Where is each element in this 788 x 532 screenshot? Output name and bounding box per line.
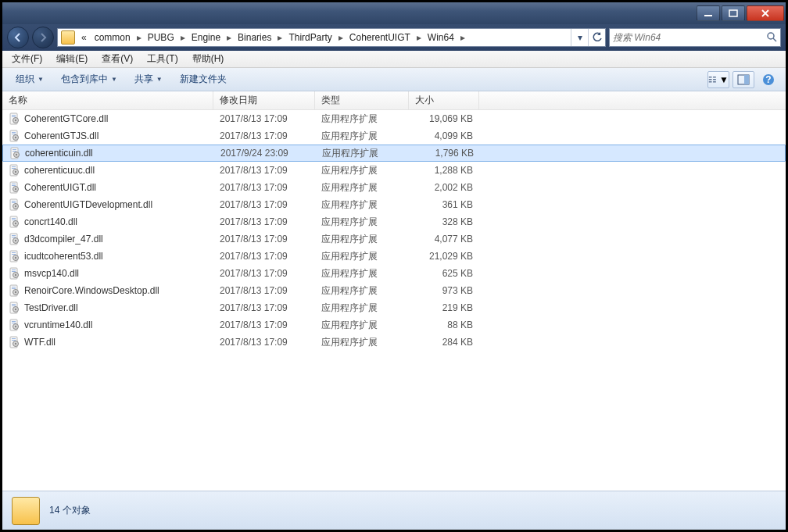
breadcrumb-win64[interactable]: Win64▸ [423, 29, 467, 46]
svg-rect-56 [12, 252, 16, 253]
file-date: 2017/8/13 17:09 [213, 199, 315, 210]
address-bar[interactable]: « common▸PUBG▸Engine▸Binaries▸ThirdParty… [57, 28, 606, 47]
menu-view[interactable]: 查看(V) [95, 51, 139, 67]
include-in-library-button[interactable]: 包含到库中▼ [54, 70, 124, 89]
search-input[interactable] [613, 32, 766, 43]
file-name: TestDriver.dll [24, 302, 78, 313]
close-button[interactable] [747, 5, 784, 21]
file-size: 1,796 KB [410, 148, 480, 159]
file-type: 应用程序扩展 [315, 164, 409, 177]
svg-rect-36 [12, 184, 16, 184]
file-list-pane: 名称 修改日期 类型 大小 CoherentGTCore.dll2017/8/1… [2, 91, 786, 491]
svg-rect-72 [12, 305, 16, 306]
file-type: 应用程序扩展 [315, 216, 409, 229]
file-row[interactable]: TestDriver.dll2017/8/13 17:09应用程序扩展219 K… [2, 299, 786, 316]
dll-file-icon [9, 164, 21, 177]
dll-file-icon [9, 198, 21, 211]
svg-rect-52 [12, 237, 16, 237]
file-name: d3dcompiler_47.dll [24, 234, 103, 245]
column-type[interactable]: 类型 [315, 91, 409, 109]
svg-rect-71 [12, 304, 16, 305]
share-button[interactable]: 共享▼ [127, 70, 170, 89]
breadcrumb-coherentuigt[interactable]: CoherentUIGT▸ [345, 29, 423, 46]
dll-file-icon [9, 336, 21, 348]
svg-rect-0 [704, 15, 712, 16]
svg-rect-76 [12, 321, 16, 322]
svg-rect-41 [12, 201, 16, 202]
file-name: coherenticuuc.dll [24, 165, 95, 176]
file-row[interactable]: msvcp140.dll2017/8/13 17:09应用程序扩展625 KB [2, 265, 786, 282]
refresh-button[interactable] [588, 29, 605, 46]
column-size[interactable]: 大小 [409, 91, 479, 109]
svg-point-25 [16, 154, 17, 155]
column-headers[interactable]: 名称 修改日期 类型 大小 [2, 91, 786, 110]
forward-button[interactable] [32, 27, 54, 48]
maximize-button[interactable] [722, 5, 745, 21]
column-name[interactable]: 名称 [2, 91, 213, 109]
column-date[interactable]: 修改日期 [213, 91, 315, 109]
folder-large-icon [12, 497, 40, 525]
menu-tools[interactable]: 工具(T) [141, 51, 184, 67]
file-list[interactable]: CoherentGTCore.dll2017/8/13 17:09应用程序扩展1… [2, 110, 786, 491]
file-type: 应用程序扩展 [315, 319, 409, 332]
breadcrumb-engine[interactable]: Engine▸ [187, 29, 233, 46]
svg-rect-7 [713, 79, 716, 80]
folder-icon [61, 30, 75, 45]
file-size: 284 KB [409, 337, 479, 348]
item-count-label: 14 个对象 [49, 504, 91, 517]
organize-button[interactable]: 组织▼ [9, 70, 51, 89]
breadcrumb-common[interactable]: common▸ [90, 29, 143, 46]
svg-rect-81 [12, 338, 16, 339]
file-row[interactable]: vcruntime140.dll2017/8/13 17:09应用程序扩展88 … [2, 316, 786, 334]
titlebar[interactable] [2, 2, 786, 24]
file-row[interactable]: CoherentUIGT.dll2017/8/13 17:09应用程序扩展2,0… [2, 179, 786, 196]
svg-rect-6 [713, 77, 716, 77]
svg-point-55 [15, 257, 16, 259]
file-row[interactable]: CoherentUIGTDevelopment.dll2017/8/13 17:… [2, 196, 786, 213]
file-row[interactable]: CoherentGTJS.dll2017/8/13 17:09应用程序扩展4,0… [2, 127, 786, 145]
breadcrumb-pubg[interactable]: PUBG▸ [143, 29, 187, 46]
file-row[interactable]: CoherentGTCore.dll2017/8/13 17:09应用程序扩展1… [2, 110, 786, 127]
file-row[interactable]: d3dcompiler_47.dll2017/8/13 17:09应用程序扩展4… [2, 230, 786, 248]
svg-rect-27 [13, 151, 16, 152]
file-row[interactable]: coherenticuuc.dll2017/8/13 17:09应用程序扩展1,… [2, 162, 786, 179]
file-date: 2017/8/13 17:09 [213, 302, 315, 313]
help-button[interactable]: ? [758, 71, 779, 88]
new-folder-button[interactable]: 新建文件夹 [173, 70, 234, 89]
menu-help[interactable]: 帮助(H) [186, 51, 231, 67]
svg-point-35 [15, 188, 16, 190]
view-options-button[interactable]: ▼ [707, 71, 729, 88]
preview-pane-button[interactable] [732, 71, 754, 88]
svg-point-20 [15, 137, 16, 138]
svg-rect-57 [12, 254, 16, 255]
file-row[interactable]: icudtcoherent53.dll2017/8/13 17:09应用程序扩展… [2, 248, 786, 265]
file-date: 2017/8/13 17:09 [213, 251, 315, 262]
file-type: 应用程序扩展 [315, 284, 409, 298]
back-button[interactable] [7, 27, 29, 48]
minimize-button[interactable] [697, 5, 720, 21]
breadcrumb-binaries[interactable]: Binaries▸ [233, 29, 284, 46]
file-row[interactable]: concrt140.dll2017/8/13 17:09应用程序扩展328 KB [2, 213, 786, 230]
svg-rect-32 [12, 168, 16, 169]
file-row[interactable]: WTF.dll2017/8/13 17:09应用程序扩展284 KB [2, 334, 786, 351]
svg-point-70 [15, 309, 16, 310]
file-type: 应用程序扩展 [315, 112, 409, 126]
search-box[interactable] [609, 28, 781, 47]
svg-text:?: ? [765, 74, 771, 85]
file-row[interactable]: RenoirCore.WindowsDesktop.dll2017/8/13 1… [2, 282, 786, 299]
file-date: 2017/8/13 17:09 [213, 216, 315, 227]
dll-file-icon [9, 147, 22, 159]
svg-rect-26 [13, 149, 16, 150]
breadcrumb-thirdparty[interactable]: ThirdParty▸ [284, 29, 344, 46]
details-pane: 14 个对象 [2, 491, 786, 530]
menu-file[interactable]: 文件(F) [5, 51, 48, 67]
dll-file-icon [9, 181, 21, 194]
file-type: 应用程序扩展 [315, 302, 409, 315]
breadcrumb-prefix: « [78, 32, 90, 43]
dll-file-icon [9, 216, 21, 228]
file-row[interactable]: coherenticuin.dll2017/9/24 23:09应用程序扩展1,… [2, 145, 786, 162]
menu-edit[interactable]: 编辑(E) [50, 51, 94, 67]
file-type: 应用程序扩展 [315, 250, 409, 263]
file-type: 应用程序扩展 [315, 336, 409, 349]
address-dropdown-button[interactable]: ▾ [571, 29, 588, 46]
